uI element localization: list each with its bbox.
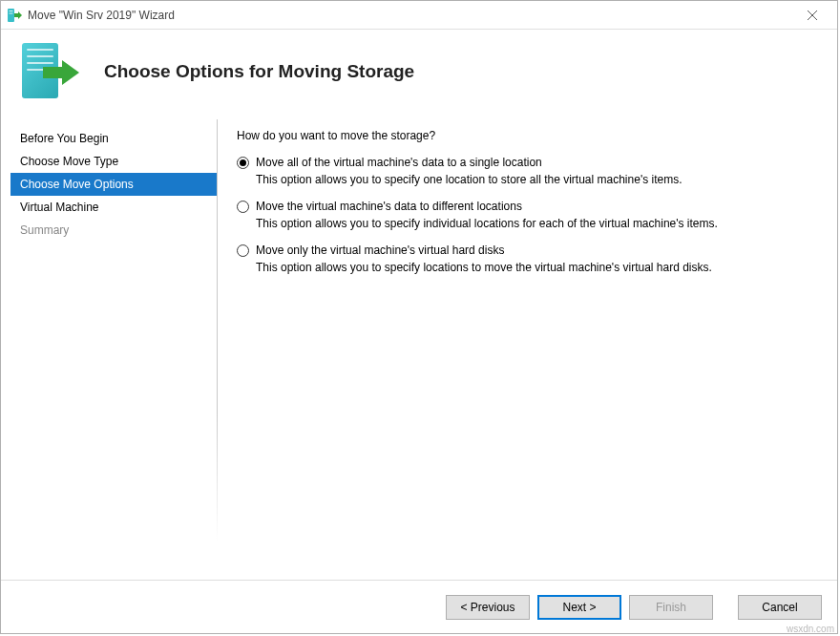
svg-rect-1	[10, 11, 13, 11]
wizard-header: Choose Options for Moving Storage	[1, 30, 837, 119]
step-choose-move-options[interactable]: Choose Move Options	[10, 173, 217, 196]
step-choose-move-type[interactable]: Choose Move Type	[10, 150, 217, 173]
option-different-locations: Move the virtual machine's data to diffe…	[237, 200, 818, 232]
option-vhd-only: Move only the virtual machine's virtual …	[237, 244, 818, 276]
option-label[interactable]: Move all of the virtual machine's data t…	[256, 156, 818, 169]
window-title: Move "Win Srv 2019" Wizard	[28, 9, 791, 22]
close-button[interactable]	[791, 2, 833, 29]
option-label[interactable]: Move the virtual machine's data to diffe…	[256, 200, 818, 213]
option-description: This option allows you to specify locati…	[256, 261, 818, 274]
page-title: Choose Options for Moving Storage	[104, 61, 414, 82]
cancel-button[interactable]: Cancel	[738, 595, 822, 620]
wizard-steps: Before You Begin Choose Move Type Choose…	[10, 119, 217, 580]
wizard-footer: < Previous Next > Finish Cancel	[1, 580, 837, 633]
content-pane: How do you want to move the storage? Mov…	[218, 119, 828, 580]
wizard-window: Move "Win Srv 2019" Wizard Choose Option…	[0, 0, 838, 634]
previous-button[interactable]: < Previous	[446, 595, 530, 620]
step-virtual-machine[interactable]: Virtual Machine	[10, 196, 217, 219]
svg-rect-2	[10, 12, 13, 13]
step-summary: Summary	[10, 219, 217, 242]
wizard-icon	[22, 43, 77, 100]
radio-vhd-only[interactable]	[237, 244, 249, 257]
next-button[interactable]: Next >	[537, 595, 621, 620]
option-description: This option allows you to specify one lo…	[256, 173, 818, 186]
main-area: Before You Begin Choose Move Type Choose…	[1, 119, 837, 580]
close-icon	[808, 11, 817, 20]
radio-single-location[interactable]	[237, 157, 249, 169]
app-icon	[7, 8, 22, 23]
finish-button: Finish	[629, 595, 713, 620]
question-text: How do you want to move the storage?	[237, 129, 818, 142]
step-before-you-begin[interactable]: Before You Begin	[10, 127, 217, 150]
radio-different-locations[interactable]	[237, 201, 249, 213]
titlebar: Move "Win Srv 2019" Wizard	[1, 1, 837, 30]
option-label[interactable]: Move only the virtual machine's virtual …	[256, 244, 818, 257]
option-single-location: Move all of the virtual machine's data t…	[237, 156, 818, 188]
watermark: wsxdn.com	[787, 624, 834, 634]
option-description: This option allows you to specify indivi…	[256, 217, 818, 230]
